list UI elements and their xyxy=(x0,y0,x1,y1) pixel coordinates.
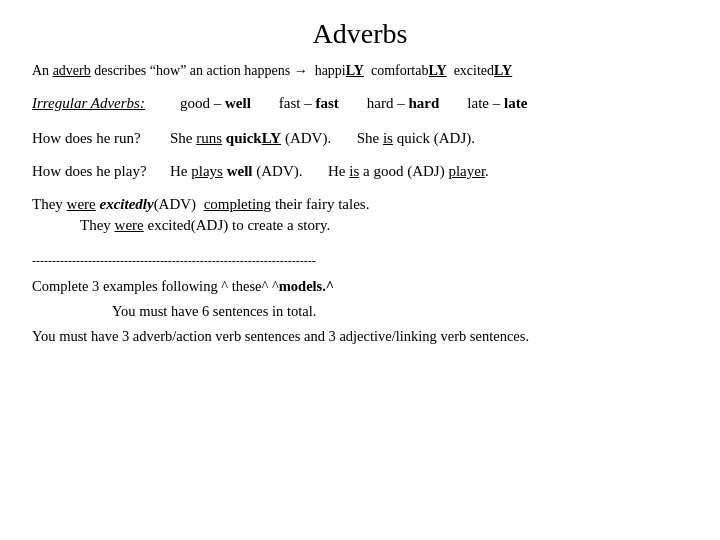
page: Adverbs An adverb describes “how” an act… xyxy=(0,0,720,540)
instruction-line1: Complete 3 examples following ^ these^ ^… xyxy=(32,278,334,294)
they-row-2: They were excited(ADJ) to create a story… xyxy=(32,217,688,234)
ly3: LY xyxy=(494,63,512,78)
irregular-adverbs-label: Irregular Adverbs: xyxy=(32,95,152,112)
instruction-line3: You must have 3 adverb/action verb sente… xyxy=(32,328,529,344)
page-title: Adverbs xyxy=(32,18,688,50)
subtitle-text3: comfortab xyxy=(364,63,429,78)
ly2: LY xyxy=(428,63,446,78)
pair-hard-hard: hard – hard xyxy=(367,95,440,112)
subtitle-text1: An xyxy=(32,63,53,78)
verb-were-2: were xyxy=(115,217,144,233)
verb-plays: plays xyxy=(191,163,223,179)
sentence-2a: He plays well (ADV). xyxy=(170,163,303,180)
instruction-line2: You must have 6 sentences in total. xyxy=(32,299,688,324)
verb-completing: completing xyxy=(204,196,272,212)
instructions: Complete 3 examples following ^ these^ ^… xyxy=(32,274,688,348)
verb-is-1: is xyxy=(383,130,393,146)
ly1: LY xyxy=(346,63,364,78)
sentence-1a: She runs quickLY (ADV). xyxy=(170,130,331,147)
irregular-adverbs-row: Irregular Adverbs: good – well fast – fa… xyxy=(32,95,688,112)
noun-player: player xyxy=(448,163,485,179)
subtitle: An adverb describes “how” an action happ… xyxy=(32,60,688,81)
sentence-2b: He is a good (ADJ) player. xyxy=(321,163,489,180)
they-row-1: They were excitedly(ADV) completing thei… xyxy=(32,196,688,213)
subtitle-text4: excited xyxy=(447,63,494,78)
pair-fast-fast: fast – fast xyxy=(279,95,339,112)
verb-were-1: were xyxy=(67,196,96,212)
question-2: How does he play? xyxy=(32,163,152,180)
adverb-word: adverb xyxy=(53,63,91,78)
example-row-1: How does he run? She runs quickLY (ADV).… xyxy=(32,130,688,147)
pair-late-late: late – late xyxy=(467,95,527,112)
verb-is-2: is xyxy=(349,163,359,179)
example-row-2: How does he play? He plays well (ADV). H… xyxy=(32,163,688,180)
verb-runs: runs xyxy=(196,130,222,146)
subtitle-text2: describes “how” an action happens → happ… xyxy=(91,63,346,78)
sentence-1b: She is quick (ADJ). xyxy=(349,130,475,147)
divider-line: ----------------------------------------… xyxy=(32,254,688,268)
question-1: How does he run? xyxy=(32,130,152,147)
pair-good-well: good – well xyxy=(180,95,251,112)
